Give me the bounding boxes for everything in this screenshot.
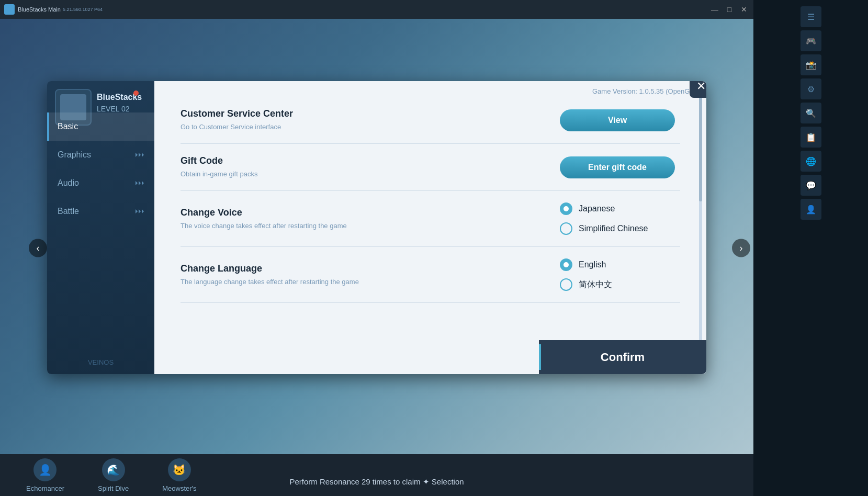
bluestacks-logo [4, 4, 15, 15]
nav-previous-button[interactable]: ‹ [29, 239, 47, 257]
nav-item-battle-label: Battle [58, 207, 79, 216]
change-voice-control: Japanese Simplified Chinese [560, 202, 680, 235]
titlebar-title: BlueStacks Main [18, 6, 61, 13]
nav-item-graphics-label: Graphics [58, 150, 91, 160]
customer-service-control: View [560, 109, 680, 131]
language-option-english[interactable]: English [560, 258, 606, 271]
right-sidebar: ☰ 🎮 📸 ⚙ 🔍 📋 🌐 💬 👤 [753, 0, 868, 496]
change-language-control: English 简休中文 [560, 258, 680, 291]
voice-label-simplified-chinese: Simplified Chinese [579, 224, 648, 233]
voice-option-japanese[interactable]: Japanese [560, 202, 615, 215]
nav-item-basic-label: Basic [58, 122, 78, 131]
sidebar-icon-4[interactable]: ⚙ [801, 78, 821, 99]
change-language-info: Change Language The language change take… [181, 263, 560, 287]
change-voice-row: Change Voice The voice change takes effe… [181, 191, 680, 247]
nav-item-basic[interactable]: Basic [47, 112, 154, 141]
bottom-notification: Perform Resonance 29 times to claim ✦ Se… [0, 477, 753, 487]
gift-code-row: Gift Code Obtain in-game gift packs Ente… [181, 144, 680, 191]
language-radio-chinese[interactable] [560, 278, 572, 291]
nav-item-audio[interactable]: Audio [47, 169, 154, 197]
change-language-row: Change Language The language change take… [181, 247, 680, 303]
enter-gift-code-button[interactable]: Enter gift code [560, 156, 675, 178]
language-option-chinese[interactable]: 简休中文 [560, 278, 612, 291]
titlebar: BlueStacks Main 5.21.560.1027 P64 — □ ✕ [0, 0, 753, 19]
sidebar-icon-3[interactable]: 📸 [801, 54, 821, 75]
settings-content: Game Version: 1.0.5.35 (OpenGL) Customer… [154, 81, 706, 374]
game-version: Game Version: 1.0.5.35 (OpenGL) [592, 87, 696, 95]
customer-service-info: Customer Service Center Go to Customer S… [181, 108, 560, 132]
sidebar-icon-5[interactable]: 🔍 [801, 103, 821, 123]
gift-code-info: Gift Code Obtain in-game gift packs [181, 155, 560, 179]
nav-notification-dot [133, 91, 139, 96]
minimize-button[interactable]: — [709, 5, 720, 14]
nav-arrow-audio [136, 181, 144, 185]
language-label-chinese: 简休中文 [579, 279, 612, 290]
sidebar-icon-1[interactable]: ☰ [801, 6, 821, 27]
nav-item-battle[interactable]: Battle [47, 197, 154, 226]
nav-next-button[interactable]: › [732, 239, 750, 257]
gift-code-control: Enter gift code [560, 156, 680, 178]
titlebar-controls: — □ ✕ [709, 5, 749, 14]
customer-service-title: Customer Service Center [181, 108, 560, 119]
nav-logo: VEINOS [47, 358, 154, 366]
close-icon: ✕ [696, 81, 706, 93]
close-settings-button[interactable]: ✕ [690, 81, 706, 98]
sidebar-icon-9[interactable]: 👤 [801, 199, 821, 220]
language-radio-english[interactable] [560, 258, 572, 271]
nav-item-audio-label: Audio [58, 178, 79, 188]
change-language-title: Change Language [181, 263, 560, 274]
settings-nav: BlueStacks LEVEL 02 Basic Graphics Audio… [47, 81, 154, 374]
scrollbar-track [699, 97, 702, 358]
nav-arrow-battle [136, 209, 144, 213]
nav-arrow-graphics [136, 153, 144, 157]
close-window-button[interactable]: ✕ [739, 5, 749, 14]
active-bar [47, 112, 49, 141]
sidebar-icon-6[interactable]: 📋 [801, 127, 821, 148]
bottom-item-spirit-dive[interactable]: 🌊 Spirit Dive [82, 458, 144, 492]
voice-radio-japanese[interactable] [560, 202, 572, 215]
change-voice-title: Change Voice [181, 207, 560, 218]
bottom-bar: 👤 Echomancer 🌊 Spirit Dive 🐱 Meowster's … [0, 454, 753, 496]
bottom-item-echomancer[interactable]: 👤 Echomancer [10, 458, 80, 492]
customer-service-desc: Go to Customer Service interface [181, 122, 364, 132]
scrollbar-thumb[interactable] [699, 97, 702, 201]
titlebar-subtitle: 5.21.560.1027 P64 [63, 7, 103, 12]
view-customer-service-button[interactable]: View [560, 109, 675, 131]
confirm-accent [539, 344, 541, 370]
nav-item-graphics[interactable]: Graphics [47, 141, 154, 169]
gift-code-title: Gift Code [181, 155, 560, 166]
bottom-item-meowster[interactable]: 🐱 Meowster's [146, 458, 212, 492]
veinos-logo-text: VEINOS [88, 358, 114, 366]
change-voice-desc: The voice change takes effect after rest… [181, 221, 364, 231]
confirm-button[interactable]: Confirm [539, 340, 706, 374]
sidebar-icon-8[interactable]: 💬 [801, 175, 821, 196]
confirm-label: Confirm [601, 351, 645, 364]
sidebar-icon-2[interactable]: 🎮 [801, 30, 821, 51]
language-label-english: English [579, 260, 606, 269]
customer-service-row: Customer Service Center Go to Customer S… [181, 97, 680, 144]
settings-panel: BlueStacks LEVEL 02 Basic Graphics Audio… [47, 81, 706, 374]
maximize-button[interactable]: □ [724, 5, 735, 14]
change-language-desc: The language change takes effect after r… [181, 277, 364, 287]
change-voice-info: Change Voice The voice change takes effe… [181, 207, 560, 231]
sidebar-icon-7[interactable]: 🌐 [801, 151, 821, 172]
voice-option-simplified-chinese[interactable]: Simplified Chinese [560, 222, 648, 235]
nav-level: LEVEL 02 [97, 105, 130, 113]
gift-code-desc: Obtain in-game gift packs [181, 170, 364, 179]
voice-label-japanese: Japanese [579, 204, 615, 213]
voice-radio-simplified-chinese[interactable] [560, 222, 572, 235]
